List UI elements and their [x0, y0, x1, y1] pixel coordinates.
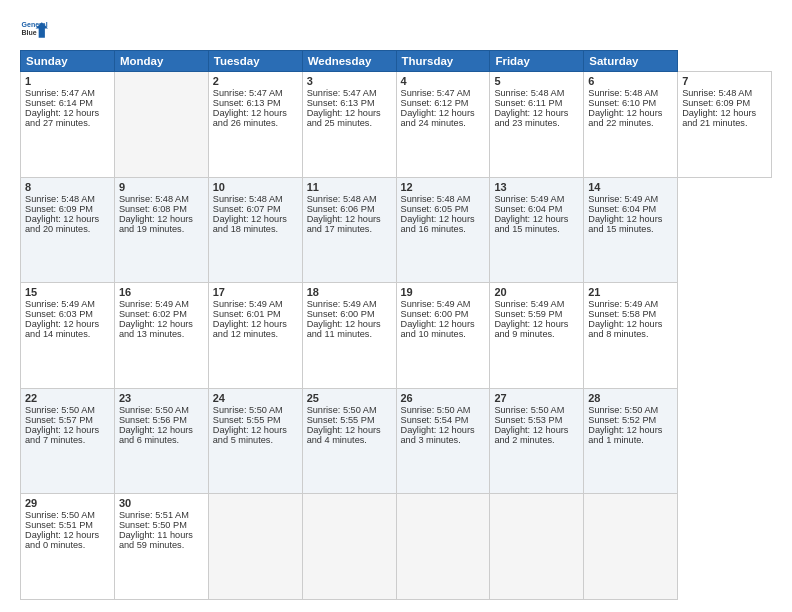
empty-cell — [208, 494, 302, 600]
calendar-table: SundayMondayTuesdayWednesdayThursdayFrid… — [20, 50, 772, 600]
calendar-day-13: 13 Sunrise: 5:49 AM Sunset: 6:04 PM Dayl… — [490, 177, 584, 283]
header: General Blue — [20, 16, 772, 44]
calendar-day-23: 23 Sunrise: 5:50 AM Sunset: 5:56 PM Dayl… — [114, 388, 208, 494]
calendar-day-7: 7 Sunrise: 5:48 AM Sunset: 6:09 PM Dayli… — [678, 72, 772, 178]
empty-cell — [114, 72, 208, 178]
calendar-day-24: 24 Sunrise: 5:50 AM Sunset: 5:55 PM Dayl… — [208, 388, 302, 494]
calendar-header-row: SundayMondayTuesdayWednesdayThursdayFrid… — [21, 51, 772, 72]
calendar-day-17: 17 Sunrise: 5:49 AM Sunset: 6:01 PM Dayl… — [208, 283, 302, 389]
col-header-wednesday: Wednesday — [302, 51, 396, 72]
col-header-thursday: Thursday — [396, 51, 490, 72]
calendar-day-18: 18 Sunrise: 5:49 AM Sunset: 6:00 PM Dayl… — [302, 283, 396, 389]
calendar-day-5: 5 Sunrise: 5:48 AM Sunset: 6:11 PM Dayli… — [490, 72, 584, 178]
calendar-day-8: 8 Sunrise: 5:48 AM Sunset: 6:09 PM Dayli… — [21, 177, 115, 283]
col-header-sunday: Sunday — [21, 51, 115, 72]
calendar-day-21: 21 Sunrise: 5:49 AM Sunset: 5:58 PM Dayl… — [584, 283, 678, 389]
calendar-week-2: 8 Sunrise: 5:48 AM Sunset: 6:09 PM Dayli… — [21, 177, 772, 283]
calendar-day-19: 19 Sunrise: 5:49 AM Sunset: 6:00 PM Dayl… — [396, 283, 490, 389]
empty-cell — [396, 494, 490, 600]
calendar-day-16: 16 Sunrise: 5:49 AM Sunset: 6:02 PM Dayl… — [114, 283, 208, 389]
calendar-day-4: 4 Sunrise: 5:47 AM Sunset: 6:12 PM Dayli… — [396, 72, 490, 178]
calendar-day-28: 28 Sunrise: 5:50 AM Sunset: 5:52 PM Dayl… — [584, 388, 678, 494]
empty-cell — [584, 494, 678, 600]
calendar-week-1: 1 Sunrise: 5:47 AM Sunset: 6:14 PM Dayli… — [21, 72, 772, 178]
calendar-day-10: 10 Sunrise: 5:48 AM Sunset: 6:07 PM Dayl… — [208, 177, 302, 283]
calendar-day-6: 6 Sunrise: 5:48 AM Sunset: 6:10 PM Dayli… — [584, 72, 678, 178]
logo-area: General Blue — [20, 16, 48, 44]
calendar-day-14: 14 Sunrise: 5:49 AM Sunset: 6:04 PM Dayl… — [584, 177, 678, 283]
svg-text:Blue: Blue — [22, 29, 37, 36]
calendar-day-15: 15 Sunrise: 5:49 AM Sunset: 6:03 PM Dayl… — [21, 283, 115, 389]
calendar-day-2: 2 Sunrise: 5:47 AM Sunset: 6:13 PM Dayli… — [208, 72, 302, 178]
calendar-day-30: 30 Sunrise: 5:51 AM Sunset: 5:50 PM Dayl… — [114, 494, 208, 600]
calendar-day-25: 25 Sunrise: 5:50 AM Sunset: 5:55 PM Dayl… — [302, 388, 396, 494]
col-header-tuesday: Tuesday — [208, 51, 302, 72]
col-header-monday: Monday — [114, 51, 208, 72]
calendar-day-29: 29 Sunrise: 5:50 AM Sunset: 5:51 PM Dayl… — [21, 494, 115, 600]
calendar-page: General Blue SundayMondayTuesdayWednesda… — [0, 0, 792, 612]
col-header-friday: Friday — [490, 51, 584, 72]
calendar-day-22: 22 Sunrise: 5:50 AM Sunset: 5:57 PM Dayl… — [21, 388, 115, 494]
calendar-week-3: 15 Sunrise: 5:49 AM Sunset: 6:03 PM Dayl… — [21, 283, 772, 389]
empty-cell — [490, 494, 584, 600]
calendar-day-1: 1 Sunrise: 5:47 AM Sunset: 6:14 PM Dayli… — [21, 72, 115, 178]
calendar-week-5: 29 Sunrise: 5:50 AM Sunset: 5:51 PM Dayl… — [21, 494, 772, 600]
empty-cell — [302, 494, 396, 600]
calendar-day-27: 27 Sunrise: 5:50 AM Sunset: 5:53 PM Dayl… — [490, 388, 584, 494]
calendar-day-9: 9 Sunrise: 5:48 AM Sunset: 6:08 PM Dayli… — [114, 177, 208, 283]
logo-icon: General Blue — [20, 16, 48, 44]
col-header-saturday: Saturday — [584, 51, 678, 72]
calendar-day-20: 20 Sunrise: 5:49 AM Sunset: 5:59 PM Dayl… — [490, 283, 584, 389]
calendar-day-12: 12 Sunrise: 5:48 AM Sunset: 6:05 PM Dayl… — [396, 177, 490, 283]
calendar-day-11: 11 Sunrise: 5:48 AM Sunset: 6:06 PM Dayl… — [302, 177, 396, 283]
calendar-week-4: 22 Sunrise: 5:50 AM Sunset: 5:57 PM Dayl… — [21, 388, 772, 494]
calendar-day-3: 3 Sunrise: 5:47 AM Sunset: 6:13 PM Dayli… — [302, 72, 396, 178]
calendar-day-26: 26 Sunrise: 5:50 AM Sunset: 5:54 PM Dayl… — [396, 388, 490, 494]
